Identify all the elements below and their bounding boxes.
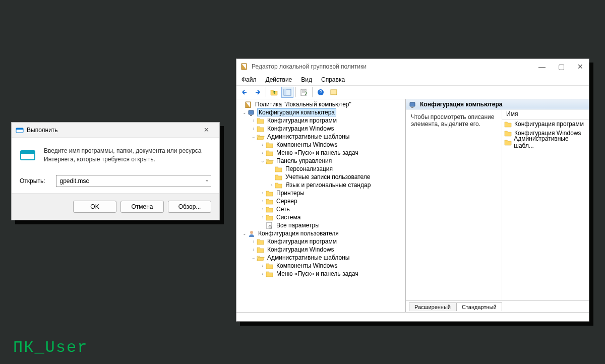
- gear-doc-icon: [266, 222, 274, 229]
- close-icon[interactable]: ✕: [197, 123, 215, 137]
- menubar: Файл Действие Вид Справка: [236, 74, 589, 85]
- details-list[interactable]: Имя Конфигурация программ Конфигурация W…: [502, 109, 589, 300]
- tab-extended[interactable]: Расширенный: [409, 302, 456, 311]
- svg-rect-8: [21, 151, 35, 154]
- folder-open-icon: [266, 157, 274, 164]
- run-program-icon: [20, 147, 36, 163]
- menu-action[interactable]: Действие: [266, 76, 292, 83]
- folder-icon: [257, 246, 265, 253]
- list-item[interactable]: Конфигурация программ: [502, 119, 589, 129]
- chevron-down-icon[interactable]: ⌄: [205, 176, 209, 183]
- folder-icon: [257, 117, 265, 124]
- cancel-button[interactable]: Отмена: [120, 201, 164, 213]
- forward-icon[interactable]: [252, 87, 264, 98]
- ok-button[interactable]: OK: [73, 201, 116, 213]
- run-titlebar[interactable]: Выполнить ✕: [12, 123, 219, 138]
- browse-button[interactable]: Обзор...: [168, 201, 211, 213]
- toolbar: ?: [236, 85, 589, 99]
- tab-standard[interactable]: Стандартный: [456, 302, 502, 311]
- svg-rect-6: [16, 128, 23, 130]
- pc-config-icon: [248, 109, 256, 116]
- view-tabs: Расширенный Стандартный: [406, 300, 589, 312]
- help-icon[interactable]: ?: [315, 87, 327, 98]
- svg-point-14: [250, 231, 253, 234]
- window-title: Редактор локальной групповой политики: [252, 63, 367, 70]
- run-title-text: Выполнить: [27, 127, 58, 134]
- run-app-icon: [16, 126, 24, 134]
- folder-icon: [275, 181, 283, 189]
- gpedit-titlebar[interactable]: Редактор локальной групповой политики — …: [236, 59, 589, 74]
- svg-text:?: ?: [319, 90, 322, 95]
- run-dialog: Выполнить ✕ Введите имя программы, папки…: [11, 122, 220, 220]
- details-pane: Конфигурация компьютера Чтобы просмотрет…: [406, 99, 589, 312]
- menu-help[interactable]: Справка: [321, 76, 345, 83]
- folder-icon: [275, 165, 283, 172]
- show-tree-icon[interactable]: [281, 87, 293, 98]
- folder-icon: [266, 149, 274, 156]
- user-config-icon: [248, 230, 256, 237]
- column-header-name[interactable]: Имя: [502, 109, 589, 119]
- details-header: Конфигурация компьютера: [406, 99, 589, 109]
- folder-open-icon: [257, 133, 265, 140]
- policy-tree[interactable]: Политика "Локальный компьютер" ⌄Конфигур…: [236, 99, 406, 312]
- filter-icon[interactable]: [328, 87, 340, 98]
- pc-config-icon: [409, 101, 417, 108]
- open-label: Открыть:: [20, 177, 45, 185]
- folder-open-icon: [257, 254, 265, 261]
- list-item[interactable]: Административные шабл...: [502, 138, 589, 147]
- folder-icon: [257, 125, 265, 132]
- menu-view[interactable]: Вид: [301, 76, 312, 83]
- folder-icon: [266, 270, 274, 277]
- details-description: Чтобы просмотреть описание элемента, выд…: [406, 109, 502, 300]
- folder-icon: [266, 214, 274, 221]
- book-icon: [245, 101, 253, 108]
- up-folder-icon[interactable]: [268, 87, 280, 98]
- folder-icon: [266, 198, 274, 205]
- folder-icon: [266, 141, 274, 148]
- minimize-icon[interactable]: —: [537, 63, 547, 71]
- folder-icon: [257, 238, 265, 245]
- folder-icon: [275, 173, 283, 180]
- run-description: Введите имя программы, папки, документа …: [44, 147, 211, 164]
- open-input[interactable]: [56, 175, 211, 187]
- folder-icon: [266, 190, 274, 197]
- gpedit-app-icon: [240, 63, 249, 71]
- folder-icon: [266, 206, 274, 213]
- export-icon[interactable]: [298, 87, 310, 98]
- back-icon[interactable]: [238, 87, 251, 98]
- watermark-text: ПК_User: [13, 338, 88, 357]
- statusbar: [236, 312, 589, 321]
- svg-rect-13: [331, 90, 337, 95]
- gpedit-window: Редактор локальной групповой политики — …: [236, 58, 589, 322]
- svg-rect-10: [284, 89, 286, 95]
- menu-file[interactable]: Файл: [241, 76, 257, 83]
- folder-icon: [266, 262, 274, 269]
- maximize-icon[interactable]: ▢: [557, 63, 566, 71]
- close-icon[interactable]: ✕: [576, 63, 585, 71]
